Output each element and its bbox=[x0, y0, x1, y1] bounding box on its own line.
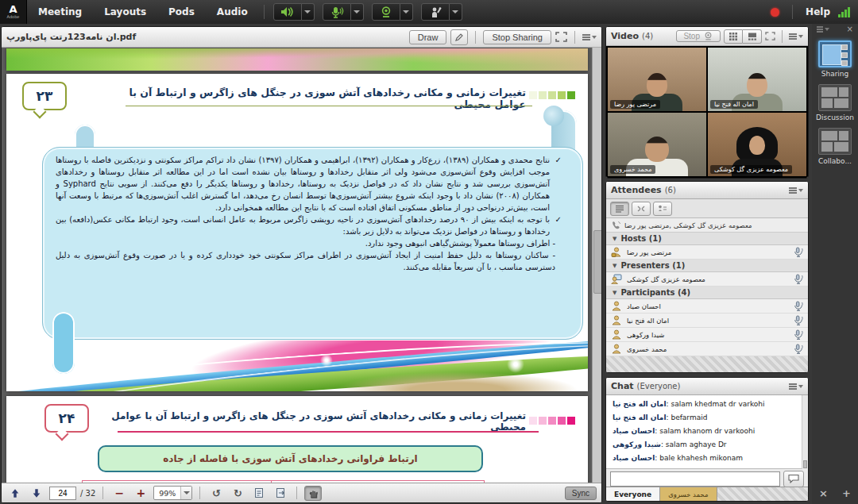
fit-page-button[interactable] bbox=[250, 486, 268, 501]
video-feed[interactable]: امان اله فتح نیا bbox=[708, 48, 806, 111]
pointer-tool-button[interactable] bbox=[450, 29, 468, 45]
previous-page-button[interactable] bbox=[6, 486, 24, 501]
checkmark-icon: ✓ bbox=[555, 214, 562, 225]
adobe-logo[interactable]: A Adobe bbox=[0, 0, 27, 24]
chat-message: احسان صیاد: salam khanom dr varkoohi bbox=[613, 427, 800, 435]
attendee-row[interactable]: احسان صیاد bbox=[606, 299, 808, 314]
down-arrow-icon bbox=[32, 488, 41, 498]
menu-layouts[interactable]: Layouts bbox=[93, 0, 157, 24]
filmstrip-view-button[interactable] bbox=[743, 29, 762, 44]
zoom-dropdown-button[interactable] bbox=[180, 487, 191, 499]
scrollbar-thumb[interactable] bbox=[803, 460, 807, 468]
raise-hand-icon bbox=[429, 6, 442, 18]
video-feed[interactable]: محمد خسروی bbox=[608, 113, 706, 176]
menu-help[interactable]: Help bbox=[806, 6, 830, 17]
rotate-left-button[interactable]: ↺ bbox=[207, 486, 225, 501]
menubar-divider bbox=[792, 5, 793, 19]
attendee-row[interactable]: امان اله فتح نیا bbox=[606, 314, 808, 328]
delete-layout-button[interactable]: × bbox=[819, 487, 828, 499]
vertical-scrollbar[interactable] bbox=[592, 48, 601, 483]
attendee-row[interactable]: مرتضی پور رضا bbox=[606, 245, 808, 260]
attendee-mic-button[interactable] bbox=[794, 329, 803, 340]
share-pod-menu-button[interactable] bbox=[582, 36, 597, 39]
sync-button[interactable]: Sync bbox=[565, 487, 597, 500]
attendee-row[interactable]: محمد خسروی bbox=[606, 342, 808, 356]
microphone-button[interactable] bbox=[323, 3, 351, 21]
recording-indicator[interactable] bbox=[771, 8, 779, 17]
webcam-dropdown[interactable] bbox=[400, 3, 413, 21]
raise-hand-button[interactable] bbox=[421, 3, 450, 21]
callout-text: ارتباط فراوانی رخدادهای آتش سوزی با فاصل… bbox=[163, 453, 417, 464]
video-feed[interactable]: معصومه عزیزی گل کوشکی bbox=[708, 113, 806, 176]
pan-tool-button[interactable] bbox=[304, 486, 322, 501]
zoom-level-select[interactable]: 99% bbox=[153, 486, 192, 500]
chat-tab-everyone[interactable]: Everyone bbox=[606, 487, 660, 501]
next-page-button[interactable] bbox=[28, 486, 45, 501]
attendee-mic-button[interactable] bbox=[794, 247, 803, 257]
chat-scrollbar[interactable] bbox=[802, 395, 808, 469]
attendee-mic-button[interactable] bbox=[794, 301, 803, 311]
connection-signal-icon[interactable] bbox=[838, 6, 850, 17]
chat-tabs: Everyone محمد خسروی bbox=[606, 487, 808, 501]
microphone-icon bbox=[794, 247, 803, 257]
page-number-input[interactable] bbox=[49, 487, 76, 500]
fullscreen-button[interactable] bbox=[555, 32, 567, 42]
webcam-button[interactable] bbox=[372, 3, 400, 21]
attendee-mic-button[interactable] bbox=[794, 344, 803, 354]
rotate-right-button[interactable]: ↻ bbox=[229, 486, 246, 501]
speaker-button[interactable] bbox=[273, 3, 302, 21]
stop-sharing-button[interactable]: Stop Sharing bbox=[483, 30, 551, 44]
stop-webcam-button[interactable]: Stop bbox=[676, 30, 721, 42]
group-header-presenters[interactable]: ▼ Presenters (1) bbox=[606, 260, 808, 272]
attendee-row[interactable]: معصومه عزیزی گل کوشکی bbox=[606, 272, 808, 287]
video-feed[interactable]: مرتضی پور رضا bbox=[608, 48, 706, 111]
close-icon[interactable]: × bbox=[847, 25, 853, 33]
microphone-icon bbox=[794, 274, 803, 284]
layout-thumb-discussion[interactable] bbox=[818, 84, 852, 111]
attendee-row[interactable]: شیدا ورکوهی bbox=[606, 328, 808, 342]
attendees-pod-menu-button[interactable] bbox=[789, 189, 803, 192]
video-name-label: امان اله فتح نیا bbox=[710, 100, 758, 109]
divider bbox=[475, 31, 476, 44]
send-message-button[interactable] bbox=[783, 471, 804, 487]
attendee-mic-button[interactable] bbox=[794, 315, 803, 325]
chat-input[interactable] bbox=[610, 471, 780, 487]
attendee-breakout-view-button[interactable] bbox=[632, 202, 651, 216]
menu-meeting[interactable]: Meeting bbox=[27, 0, 93, 24]
pod-resize-area[interactable] bbox=[606, 356, 808, 373]
layout-list: Sharing Discussion Collabo... bbox=[812, 40, 858, 171]
zoom-out-button[interactable]: − bbox=[110, 486, 128, 501]
grid-view-button[interactable] bbox=[724, 29, 743, 44]
chat-tab-private[interactable]: محمد خسروی bbox=[660, 487, 717, 501]
layout-thumb-collaboration[interactable] bbox=[818, 128, 852, 155]
participant-icon bbox=[611, 329, 622, 340]
attendee-list-view-button[interactable] bbox=[610, 202, 629, 216]
group-header-hosts[interactable]: ▼ Hosts (1) bbox=[606, 233, 808, 245]
chat-pod-menu-button[interactable] bbox=[789, 385, 803, 388]
fullscreen-icon bbox=[765, 32, 775, 40]
menu-audio[interactable]: Audio bbox=[206, 0, 259, 24]
chat-tabs-filler bbox=[717, 487, 808, 501]
video-fullscreen-button[interactable] bbox=[765, 32, 775, 40]
document-canvas[interactable]: ۲۳ تغییرات زمانی و مکانی رخدادهای آتش سو… bbox=[2, 48, 601, 483]
attendee-status-view-button[interactable] bbox=[653, 202, 672, 216]
layout-thumb-sharing[interactable] bbox=[818, 40, 852, 67]
layout-bar-menu-button[interactable] bbox=[817, 28, 829, 31]
attendee-mic-button[interactable] bbox=[794, 274, 803, 284]
chevron-down-icon bbox=[452, 10, 458, 13]
video-name-label: محمد خسروی bbox=[610, 165, 655, 174]
speaker-dropdown[interactable] bbox=[302, 3, 315, 21]
zoom-in-button[interactable]: + bbox=[132, 486, 149, 501]
menu-pods[interactable]: Pods bbox=[157, 0, 206, 24]
microphone-dropdown[interactable] bbox=[351, 3, 364, 21]
draw-button[interactable]: Draw bbox=[409, 30, 447, 44]
video-count: (4) bbox=[642, 32, 653, 40]
slide-subline: - اطراف روستاها معمولاً پوشش‌گیاهی انبوه… bbox=[56, 237, 562, 249]
fit-width-button[interactable] bbox=[272, 486, 289, 501]
video-pod-menu-button[interactable] bbox=[789, 35, 803, 38]
scrollbar-thumb[interactable] bbox=[593, 230, 601, 294]
add-layout-button[interactable]: + bbox=[842, 487, 851, 499]
chat-message-list[interactable]: امان اله فتح نیا: salam khedmat dr varko… bbox=[606, 395, 808, 469]
status-dropdown[interactable] bbox=[450, 3, 462, 21]
group-header-participants[interactable]: ▼ Participants (4) bbox=[606, 287, 808, 299]
